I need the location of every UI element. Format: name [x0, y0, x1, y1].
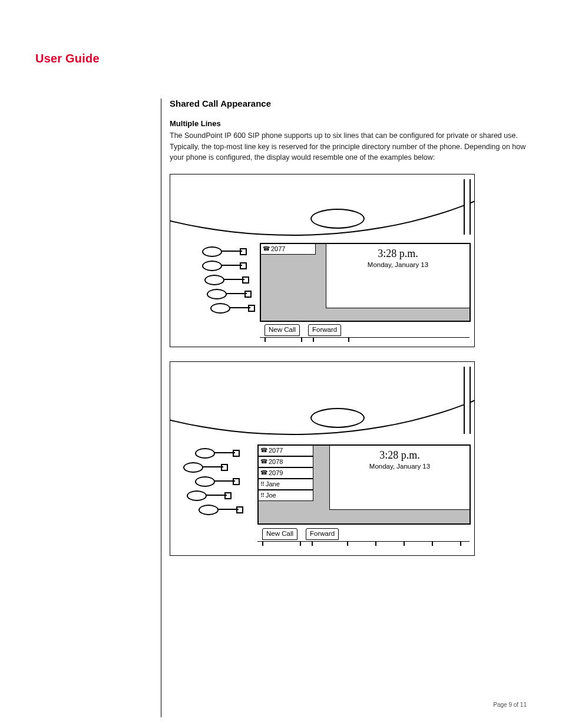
phone-icon: ☎: [263, 245, 270, 253]
softkey-tickbar: [257, 541, 470, 548]
line-key-button: [199, 505, 219, 515]
line-key-button: [207, 289, 227, 299]
line-key-button: [202, 246, 222, 257]
phone-diagram-multi-line: ☎2077 ☎2078 ☎2079 Jane Joe: [170, 361, 475, 556]
line-key-button: [187, 490, 207, 501]
line-label-text: 2077: [269, 447, 283, 454]
speaker-ellipse: [310, 408, 365, 428]
clock-time: 3:28 p.m.: [326, 248, 470, 260]
line-label: Jane: [258, 479, 313, 490]
line-label-text: Joe: [266, 492, 276, 499]
line-key-button: [195, 448, 215, 459]
softkey-forward: Forward: [308, 324, 341, 336]
line-label-text: 2078: [269, 458, 283, 465]
line-label-text: 2079: [269, 469, 283, 476]
phone-icon: ☎: [260, 446, 267, 454]
body-paragraph: The SoundPoint IP 600 SIP phone supports…: [170, 130, 538, 163]
page-number: Page 9 of 11: [493, 701, 527, 708]
lcd-info-panel: 3:28 p.m. Monday, January 13: [326, 243, 470, 308]
lcd-info-panel: 3:28 p.m. Monday, January 13: [329, 445, 470, 510]
line-label: ☎2077: [260, 243, 316, 255]
subsection-heading: Multiple Lines: [170, 119, 538, 128]
section-heading: Shared Call Appearance: [170, 98, 538, 108]
line-label: Joe: [258, 490, 313, 501]
speed-dial-icon: [260, 480, 266, 487]
content-column: Shared Call Appearance Multiple Lines Th…: [161, 98, 538, 717]
document-title: User Guide: [35, 52, 527, 65]
screen-frame-edge: [464, 367, 471, 434]
phone-icon: ☎: [260, 457, 267, 466]
line-label-text: Jane: [266, 480, 280, 487]
line-key-button: [204, 275, 224, 285]
screen-frame-edge: [464, 179, 471, 235]
line-key-button: [210, 303, 230, 314]
speaker-ellipse: [310, 209, 365, 229]
line-key-button: [183, 462, 203, 473]
lcd-screen: ☎2077 3:28 p.m. Monday, January 13: [260, 243, 471, 322]
softkey-forward: Forward: [306, 528, 339, 540]
clock-date: Monday, January 13: [330, 463, 470, 470]
line-label: ☎2077: [258, 445, 313, 456]
phone-diagram-single-line: ☎2077 3:28 p.m. Monday, January 13 New C…: [170, 174, 475, 347]
line-label: ☎2078: [258, 456, 313, 467]
speed-dial-icon: [260, 492, 266, 499]
clock-time: 3:28 p.m.: [330, 449, 470, 462]
line-label-text: 2077: [271, 245, 285, 252]
softkey-new-call: New Call: [265, 324, 300, 336]
lcd-screen: ☎2077 ☎2078 ☎2079 Jane Joe: [257, 444, 471, 525]
softkey-tickbar: [260, 337, 470, 344]
clock-date: Monday, January 13: [326, 261, 470, 268]
line-key-button: [195, 476, 215, 487]
phone-icon: ☎: [260, 469, 267, 477]
line-label: ☎2079: [258, 467, 313, 479]
line-key-button: [202, 261, 222, 271]
softkey-new-call: New Call: [262, 528, 297, 540]
